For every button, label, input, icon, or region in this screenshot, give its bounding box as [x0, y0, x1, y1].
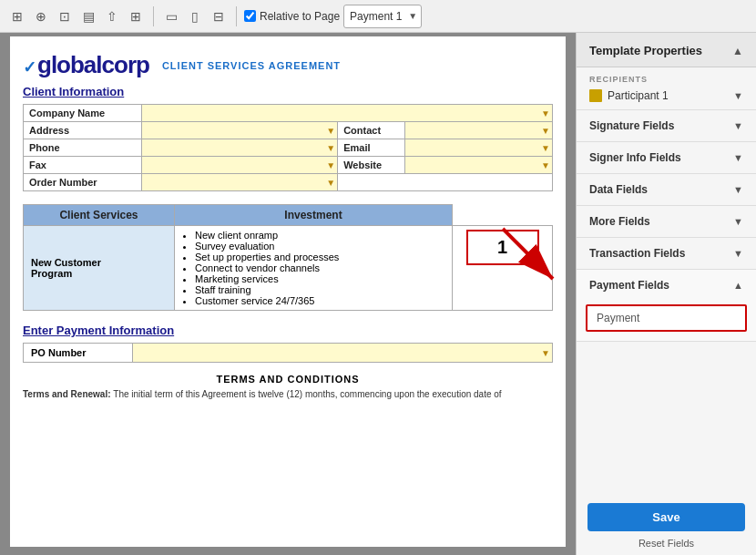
address-input[interactable]: ▼: [141, 122, 338, 139]
toolbar-separator-2: [236, 6, 237, 26]
recipients-section: RECIPIENTS Participant 1 ▼: [577, 67, 756, 110]
transaction-fields-chevron-icon: ▼: [733, 248, 743, 259]
recipients-label: RECIPIENTS: [589, 75, 743, 84]
more-fields-section[interactable]: More Fields ▼: [577, 206, 756, 238]
logo-area: ✓globalcorp CLIENT SERVICES AGREEMENT: [23, 51, 553, 79]
data-fields-label: Data Fields: [589, 183, 648, 196]
logo-check-icon: ✓: [23, 58, 36, 77]
signer-info-fields-chevron-icon: ▼: [733, 152, 743, 163]
investment-value-cell: 1: [453, 226, 553, 311]
recipient-row[interactable]: Participant 1 ▼: [589, 89, 743, 102]
fax-input[interactable]: ▼: [141, 157, 338, 174]
table-row: Company Name ▼: [24, 105, 553, 122]
input-arrow-icon: ▼: [326, 126, 335, 136]
list-item: Connect to vendor channels: [195, 262, 444, 273]
page-select[interactable]: Payment 1 Payment 2 Payment 3: [343, 5, 422, 28]
recipient-name: Participant 1: [608, 89, 733, 102]
order-number-label: Order Number: [24, 174, 142, 191]
table-row: New CustomerProgram New client onramp Su…: [24, 226, 553, 311]
panel-header[interactable]: Template Properties ▲: [577, 33, 756, 67]
input-arrow-icon: ▼: [326, 178, 335, 188]
transaction-fields-section[interactable]: Transaction Fields ▼: [577, 238, 756, 270]
toolbar-icon-8[interactable]: ▯: [185, 6, 205, 26]
document-scroll-inner: ✓globalcorp CLIENT SERVICES AGREEMENT Cl…: [0, 33, 576, 550]
transaction-fields-label: Transaction Fields: [589, 247, 685, 260]
toolbar-icon-7[interactable]: ▭: [161, 6, 181, 26]
toolbar-icon-3[interactable]: ⊡: [55, 6, 75, 26]
recipient-chevron-icon: ▼: [733, 90, 743, 101]
email-input[interactable]: ▼: [405, 139, 553, 157]
list-item: Survey evaluation: [195, 241, 444, 252]
payment-field-item-label: Payment: [597, 312, 639, 324]
contact-label: Contact: [338, 122, 405, 139]
table-row: PO Number ▼: [24, 344, 553, 363]
toolbar-icon-6[interactable]: ⊞: [126, 6, 146, 26]
document-area[interactable]: ✓globalcorp CLIENT SERVICES AGREEMENT Cl…: [0, 33, 576, 555]
more-fields-chevron-icon: ▼: [733, 216, 743, 227]
page-select-wrapper: Payment 1 Payment 2 Payment 3 ▼: [343, 5, 422, 28]
services-table-header-row: Client Services Investment: [24, 205, 553, 226]
panel-header-chevron-icon: ▲: [732, 45, 743, 57]
fax-label: Fax: [24, 157, 142, 174]
investment-input-wrapper: 1: [466, 230, 539, 265]
relative-to-page-label: Relative to Page: [260, 10, 340, 23]
investment-input-box[interactable]: 1: [466, 230, 539, 265]
company-name-input[interactable]: ▼: [141, 105, 552, 122]
po-number-input[interactable]: ▼: [133, 344, 553, 363]
investment-value: 1: [497, 237, 507, 257]
contact-input[interactable]: ▼: [405, 122, 553, 139]
input-arrow-icon: ▼: [541, 108, 550, 118]
input-arrow-icon: ▼: [326, 160, 335, 170]
toolbar-icon-5[interactable]: ⇧: [102, 6, 122, 26]
new-customer-program-label: New CustomerProgram: [24, 226, 175, 311]
data-fields-section[interactable]: Data Fields ▼: [577, 174, 756, 206]
toolbar-icon-1[interactable]: ⊞: [7, 6, 27, 26]
recipient-color-swatch: [589, 89, 602, 102]
phone-input[interactable]: ▼: [141, 139, 338, 157]
input-arrow-icon: ▼: [326, 143, 335, 153]
payment-fields-label: Payment Fields: [589, 279, 669, 292]
payment-fields-header[interactable]: Payment Fields ▲: [577, 270, 756, 301]
address-label: Address: [24, 122, 142, 139]
payment-field-item[interactable]: Payment: [586, 304, 747, 332]
input-arrow-icon: ▼: [541, 143, 550, 153]
toolbar-icon-2[interactable]: ⊕: [31, 6, 51, 26]
save-button[interactable]: Save: [587, 503, 745, 531]
table-row: Order Number ▼: [24, 174, 553, 191]
toolbar-icon-4[interactable]: ▤: [78, 6, 98, 26]
input-arrow-icon: ▼: [541, 126, 550, 136]
list-item: Marketing services: [195, 273, 444, 284]
company-name-label: Company Name: [24, 105, 142, 122]
reset-fields-button[interactable]: Reset Fields: [587, 538, 745, 549]
services-description-cell: New client onramp Survey evaluation Set …: [174, 226, 452, 311]
payment-section: Enter Payment Information PO Number ▼: [23, 324, 553, 363]
toolbar-icon-9[interactable]: ⊟: [209, 6, 229, 26]
order-number-input[interactable]: ▼: [141, 174, 338, 191]
signature-fields-section[interactable]: Signature Fields ▼: [577, 110, 756, 142]
client-info-table: Company Name ▼ Address ▼ Contact: [23, 104, 553, 191]
toolbar-separator-1: [153, 6, 154, 26]
signer-info-fields-section[interactable]: Signer Info Fields ▼: [577, 142, 756, 174]
list-item: Staff training: [195, 284, 444, 295]
client-info-heading: Client Information: [23, 85, 553, 98]
data-fields-chevron-icon: ▼: [733, 184, 743, 195]
panel-header-title: Template Properties: [589, 44, 702, 57]
relative-to-page-checkbox[interactable]: [244, 10, 256, 22]
payment-fields-chevron-icon: ▲: [733, 280, 743, 291]
po-input-arrow-icon: ▼: [541, 348, 550, 358]
right-panel: Template Properties ▲ RECIPIENTS Partici…: [576, 33, 756, 555]
more-fields-label: More Fields: [589, 215, 650, 228]
toolbar: ⊞ ⊕ ⊡ ▤ ⇧ ⊞ ▭ ▯ ⊟ Relative to Page Payme…: [0, 0, 756, 33]
payment-heading: Enter Payment Information: [23, 324, 553, 337]
logo-text: ✓globalcorp: [23, 51, 149, 79]
table-row: Fax ▼ Website ▼: [24, 157, 553, 174]
list-item: Set up properties and processes: [195, 252, 444, 262]
main-area: ✓globalcorp CLIENT SERVICES AGREEMENT Cl…: [0, 33, 756, 555]
email-label: Email: [338, 139, 405, 157]
panel-footer: Save Reset Fields: [577, 494, 756, 555]
input-arrow-icon: ▼: [541, 160, 550, 170]
signer-info-fields-label: Signer Info Fields: [589, 151, 681, 164]
payment-fields-section: Payment Fields ▲ Payment: [577, 270, 756, 342]
relative-to-page-option: Relative to Page: [244, 10, 340, 23]
website-input[interactable]: ▼: [405, 157, 553, 174]
